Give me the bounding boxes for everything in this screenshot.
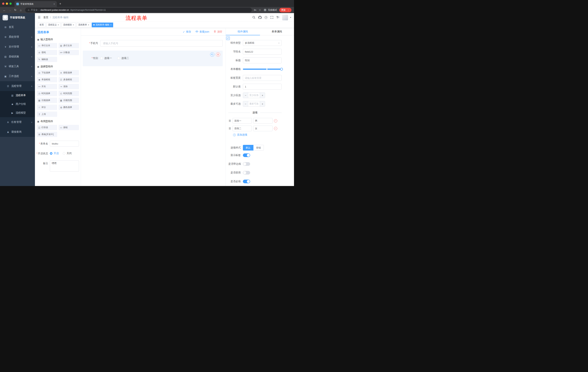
sidebar-item-infrastructure[interactable]: ▤ 基础设施 ∨ <box>0 52 35 62</box>
close-window-button[interactable] <box>2 2 4 5</box>
help-icon[interactable]: ? <box>264 16 267 19</box>
save-button[interactable]: ✓ 保存 <box>183 30 191 33</box>
checkbox-box[interactable] <box>117 57 120 60</box>
tag-process-form[interactable]: 流程表单 × <box>77 22 91 27</box>
gender-option-2[interactable]: 选项二 <box>117 57 129 60</box>
sidebar-item-user-groups[interactable]: ☻ 用户分组 <box>0 100 35 108</box>
option-2-value-input[interactable] <box>253 126 273 131</box>
close-icon[interactable]: × <box>88 24 89 26</box>
palette-item-time-picker[interactable]: ◷时间选择 <box>37 91 57 96</box>
grid-slider[interactable] <box>243 66 282 72</box>
minimize-window-button[interactable] <box>6 2 8 5</box>
palette-item-editor[interactable]: ✎编辑器 <box>37 57 57 62</box>
tab-close-icon[interactable]: × <box>53 2 55 5</box>
palette-item-date-range[interactable]: ▩日期范围 <box>59 98 79 103</box>
palette-item-select[interactable]: ◎下拉选择 <box>37 70 57 75</box>
sidebar-item-payment[interactable]: ¥ 支付管理 ∨ <box>0 42 35 52</box>
hamburger-icon[interactable]: ☰ <box>35 15 43 19</box>
show-label-toggle[interactable] <box>243 153 250 157</box>
new-tab-button[interactable]: + <box>57 2 64 7</box>
field-name-input[interactable] <box>243 49 282 55</box>
view-json-button[interactable]: 查看json <box>195 30 209 33</box>
status-radio-off[interactable]: 关闭 <box>63 152 72 155</box>
increase-button[interactable]: + <box>260 101 265 106</box>
tab-form-props[interactable]: 表单属性 <box>260 28 294 35</box>
zoom-window-button[interactable] <box>10 2 12 5</box>
decrease-button[interactable]: − <box>243 101 248 106</box>
min-select-value[interactable]: 至少应选 <box>248 93 260 98</box>
close-icon[interactable]: × <box>58 24 59 26</box>
font-size-icon[interactable]: TT <box>276 16 279 19</box>
sidebar-item-process-mgmt[interactable]: ☰ 流程管理 ∧ <box>0 81 35 91</box>
option-1-name-input[interactable] <box>232 118 252 124</box>
sidebar-item-home[interactable]: ⊞ 首页 <box>0 22 35 32</box>
browser-tab[interactable]: 芋道管理系统 × <box>15 1 57 7</box>
checkbox-box[interactable] <box>100 57 103 60</box>
form-name-input[interactable] <box>50 141 79 147</box>
palette-item-button[interactable]: ▭按钮 <box>59 125 79 130</box>
style-button-button[interactable]: 按钮 <box>253 145 264 150</box>
home-icon[interactable]: ⌂ <box>18 8 23 12</box>
palette-item-rate[interactable]: ☆评分 <box>37 105 57 110</box>
max-select-value[interactable]: 最多可选 <box>248 101 260 106</box>
required-toggle[interactable] <box>243 180 250 183</box>
sidebar-item-devtools[interactable]: ⚒ 研发工具 ∨ <box>0 62 35 71</box>
palette-item-switch[interactable]: ⊶开关 <box>37 84 57 89</box>
title-input[interactable] <box>243 57 282 63</box>
gender-option-1[interactable]: 选项一 <box>100 57 112 60</box>
sidebar-item-task-mgmt[interactable]: ⋔ 任务管理 ∨ <box>0 117 35 127</box>
tab-component-props[interactable]: 组件属性 <box>226 28 260 35</box>
phone-field-row[interactable]: *手机号 <box>83 40 223 47</box>
palette-item-slider[interactable]: ⊸滑块 <box>59 84 79 89</box>
palette-item-color-picker[interactable]: ◍颜色选择 <box>59 105 79 110</box>
github-icon[interactable] <box>258 16 262 19</box>
palette-item-radio-group[interactable]: ◉单选框组 <box>37 77 57 82</box>
slider-track[interactable] <box>243 69 282 70</box>
bookmark-star-icon[interactable]: ☆ <box>259 8 261 12</box>
remark-textarea[interactable]: 嘿嘿 <box>50 160 79 172</box>
tag-home[interactable]: 首页 <box>38 22 45 27</box>
increase-button[interactable]: + <box>260 93 265 98</box>
kebab-menu-icon[interactable]: ⋮ <box>287 9 290 11</box>
slider-handle[interactable] <box>280 68 283 71</box>
copy-component-button[interactable] <box>210 53 214 57</box>
password-key-icon[interactable] <box>254 9 257 11</box>
option-1-value-input[interactable] <box>253 118 273 124</box>
sidebar-item-process-form[interactable]: ▥ 流程表单 <box>0 91 35 100</box>
forward-icon[interactable]: → <box>7 8 12 12</box>
palette-item-checkbox-group[interactable]: ☑多选框组 <box>59 77 79 82</box>
palette-item-counter[interactable]: 123计数器 <box>59 50 79 55</box>
tag-process-definition[interactable]: 流程定义 × <box>46 22 61 27</box>
selected-component-gender[interactable]: *性别 选项一 选项二 <box>83 51 223 66</box>
caret-down-icon[interactable]: ▼ <box>290 17 292 18</box>
reload-icon[interactable]: ↻ <box>13 8 18 12</box>
user-avatar[interactable] <box>282 15 288 20</box>
delete-component-button[interactable] <box>216 53 220 57</box>
default-value-input[interactable] <box>243 84 282 90</box>
sidebar-item-workflow[interactable]: ▣ 工作流程 ∧ <box>0 71 35 81</box>
label-width-input[interactable] <box>243 75 282 81</box>
disabled-toggle[interactable] <box>243 171 250 175</box>
back-icon[interactable]: ← <box>2 8 7 12</box>
close-icon[interactable]: × <box>110 24 112 26</box>
address-bar[interactable]: ⚠ 不安全 dashboard.yudao.iocoder.cn /bpm/ma… <box>25 8 252 12</box>
browser-update-button[interactable]: 更新 ⋮ <box>279 8 292 12</box>
palette-item-single-text[interactable]: ▭单行文本 <box>37 43 57 48</box>
palette-item-table[interactable]: ⊞表格[开发中] <box>37 132 57 137</box>
breadcrumb-home[interactable]: 首页 <box>43 16 48 19</box>
remove-option-icon[interactable]: − <box>274 127 277 130</box>
decrease-button[interactable]: − <box>243 93 248 98</box>
palette-item-upload[interactable]: ↥上传 <box>37 112 57 117</box>
component-type-select[interactable]: 多选框组 ∨ <box>243 40 282 46</box>
sidebar-item-process-model[interactable]: ▶ 流程模型 <box>0 108 35 117</box>
sidebar-item-system[interactable]: ⚙ 系统管理 ∨ <box>0 32 35 42</box>
sidebar-item-leave-query[interactable]: ♟ 请假查询 <box>0 127 35 137</box>
drag-handle-icon[interactable]: ☰ <box>229 119 231 122</box>
palette-item-cascader[interactable]: ⋔级联选择 <box>59 70 79 75</box>
phone-input[interactable] <box>100 40 223 47</box>
close-icon[interactable]: × <box>73 24 74 26</box>
remove-option-icon[interactable]: − <box>274 119 277 122</box>
link-icon[interactable] <box>226 36 230 40</box>
palette-item-password[interactable]: ⊘密码 <box>37 50 57 55</box>
style-default-button[interactable]: 默认 <box>243 145 253 150</box>
